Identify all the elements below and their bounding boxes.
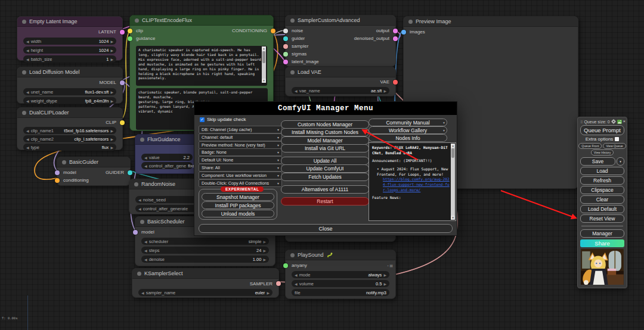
select-badge[interactable]: Badge: None▾ xyxy=(199,148,282,156)
comfyui-menu-panel[interactable]: ⠿ Queue size: 0 × Queue Prompt Extra opt… xyxy=(577,117,627,288)
widget-steps[interactable]: ◀steps24▶ xyxy=(141,247,269,254)
node-title-bar[interactable]: Preview Image xyxy=(404,17,578,27)
widget-width[interactable]: ◀width1024▶ xyxy=(23,38,116,45)
alternatives-of-a1111-button[interactable]: Alternatives of A1111 xyxy=(281,185,369,194)
node-load-vae[interactable]: Load VAE VAE ◀vae_nameae.sft▶ xyxy=(285,67,396,96)
select-default-ui[interactable]: Default UI: None▾ xyxy=(199,156,282,164)
snapshot-manager-button[interactable]: Snapshot Manager xyxy=(202,193,274,201)
scroll-down-icon[interactable]: ▼ xyxy=(262,79,266,83)
skip-update-check-row[interactable]: ✓ Skip update check xyxy=(200,117,246,122)
noise-port-dot[interactable] xyxy=(283,29,288,33)
node-empty-latent-image[interactable]: Empty Latent Image LATENT ◀width1024▶ ◀h… xyxy=(17,16,123,61)
widget-clip-name2[interactable]: ◀clip_name2clip_l.safetensors▶ xyxy=(23,135,116,142)
widget-denoise[interactable]: ◀denoise1.00▶ xyxy=(141,256,269,263)
select-share[interactable]: Share: All▾ xyxy=(199,164,282,172)
view-history-button[interactable]: View History xyxy=(591,150,614,155)
scroll-down-icon[interactable]: ▼ xyxy=(451,216,455,220)
scroll-thumb[interactable] xyxy=(262,51,265,63)
node-sampler-custom-advanced[interactable]: SamplerCustomAdvanced noise output guide… xyxy=(285,15,396,67)
widget-volume[interactable]: ◀volume0.5▶ xyxy=(292,280,389,287)
community-manual-select[interactable]: Community Manual▼ xyxy=(369,119,447,126)
gear-icon[interactable] xyxy=(611,119,616,124)
preview-thumbnail[interactable] xyxy=(580,249,624,285)
drag-handle-icon[interactable]: ⠿ xyxy=(580,120,583,124)
widget-type[interactable]: ◀typeflux▶ xyxy=(23,144,116,151)
select-double-click[interactable]: Double-Click: Copy All Connections▾ xyxy=(199,179,282,187)
model-port-dot[interactable] xyxy=(55,170,60,175)
select-channel[interactable]: Channel: default▾ xyxy=(199,133,282,141)
widget-control-after-generate[interactable]: ◀control_after_genefixed xyxy=(141,162,193,169)
extra-options-checkbox[interactable] xyxy=(615,137,619,141)
vae-port-dot[interactable] xyxy=(393,80,398,85)
clear-button[interactable]: Clear xyxy=(580,195,624,204)
widget-batch-size[interactable]: ◀batch_size1▶ xyxy=(23,55,116,63)
widget-scheduler[interactable]: ◀schedulersimple▶ xyxy=(141,238,269,245)
node-title-bar[interactable]: CLIPTextEncodeFlux xyxy=(130,15,273,26)
collapse-dot[interactable] xyxy=(134,182,138,186)
collapse-dot[interactable] xyxy=(22,20,26,24)
unload-models-button[interactable]: Unload models xyxy=(202,210,274,217)
node-title-bar[interactable]: SamplerCustomAdvanced xyxy=(286,15,395,26)
conditioning-port-dot[interactable] xyxy=(271,29,275,33)
images-port-dot[interactable] xyxy=(401,30,406,35)
conditioning-port-dot[interactable] xyxy=(55,178,60,183)
collapse-dot[interactable] xyxy=(62,160,66,164)
sampler-port-dot[interactable] xyxy=(276,281,281,286)
widget-unet-name[interactable]: ◀unet_nameflux1-dev.sft▶ xyxy=(23,88,116,95)
clip-port-dot[interactable] xyxy=(120,120,125,125)
node-title-bar[interactable]: Load Diffusion Model xyxy=(17,67,122,77)
node-basic-guider[interactable]: BasicGuider model GUIDER conditioning xyxy=(57,157,131,186)
scroll-up-icon[interactable]: ▲ xyxy=(451,144,455,148)
save-dropdown-button[interactable]: ▾ xyxy=(617,157,624,166)
guider-port-dot[interactable] xyxy=(128,170,132,175)
fetch-updates-button[interactable]: Fetch Updates xyxy=(281,173,369,181)
select-preview-method[interactable]: Preview method: None (very fast)▾ xyxy=(199,141,282,149)
collapse-dot[interactable] xyxy=(135,18,139,23)
collapse-dot[interactable] xyxy=(137,272,141,276)
guidance-port-dot[interactable] xyxy=(128,36,132,41)
collapse-dot[interactable] xyxy=(140,220,144,224)
workflow-gallery-select[interactable]: Workflow Gallery▼ xyxy=(369,126,447,134)
collapse-dot[interactable] xyxy=(290,70,295,74)
node-title-bar[interactable]: KSamplerSelect xyxy=(132,269,278,279)
widget-mode[interactable]: ◀modealways▶ xyxy=(292,271,389,278)
node-title-bar[interactable]: Load VAE xyxy=(286,67,395,77)
reset-view-button[interactable]: Reset View xyxy=(580,214,624,223)
latent-port-dot[interactable] xyxy=(120,30,125,35)
sigmas-port-dot[interactable] xyxy=(283,52,288,57)
queue-prompt-button[interactable]: Queue Prompt xyxy=(580,125,624,135)
sampler-port-dot[interactable] xyxy=(283,44,288,49)
model-port-dot[interactable] xyxy=(120,80,125,85)
collapse-dot[interactable] xyxy=(408,20,413,24)
gallery-icon[interactable] xyxy=(617,120,622,124)
widget-vae-name[interactable]: ◀vae_nameae.sft▶ xyxy=(292,87,389,94)
update-all-button[interactable]: Update All xyxy=(281,157,369,165)
widget-file[interactable]: filenotify.mp3 xyxy=(292,289,389,296)
select-component[interactable]: Component: Use workflow version▾ xyxy=(199,172,282,179)
denoised-output-port-dot[interactable] xyxy=(393,36,398,41)
scroll-up-icon[interactable]: ▲ xyxy=(262,46,266,51)
node-dual-clip-loader[interactable]: DualCLIPLoader CLIP ◀clip_name1t5xxl_fp1… xyxy=(17,107,123,150)
node-graph-canvas[interactable]: Empty Latent Image LATENT ◀width1024▶ ◀h… xyxy=(0,0,644,330)
select-db-channel[interactable]: DB: Channel (1day cache)▾ xyxy=(199,126,282,133)
model-port-dot[interactable] xyxy=(133,230,138,235)
output-port-dot[interactable] xyxy=(393,29,398,33)
guider-port-dot[interactable] xyxy=(283,36,288,41)
comfyui-manager-dialog[interactable]: ComfyUI Manager Menu ✓ Skip update check… xyxy=(194,101,457,236)
collapse-dot[interactable] xyxy=(290,18,295,23)
share-button[interactable]: Share xyxy=(580,239,624,247)
extra-options-row[interactable]: Extra options xyxy=(580,136,624,142)
node-play-sound[interactable]: PlaySound anyany • ▦ ◀modealways▶ ◀volum… xyxy=(285,250,396,299)
model-manager-button[interactable]: Model Manager xyxy=(281,136,369,145)
collapse-dot[interactable] xyxy=(290,253,295,257)
install-missing-custom-nodes-button[interactable]: Install Missing Custom Nodes xyxy=(281,128,369,136)
node-title-bar[interactable]: BasicGuider xyxy=(57,157,130,167)
widget-value[interactable]: ◀value2.2 xyxy=(141,154,193,161)
load-default-button[interactable]: Load Default xyxy=(580,205,624,213)
queue-front-button[interactable]: Queue Front xyxy=(578,143,602,149)
node-title-bar[interactable]: DualCLIPLoader xyxy=(17,108,122,118)
node-load-diffusion-model[interactable]: Load Diffusion Model MODEL ◀unet_nameflu… xyxy=(17,67,123,104)
checkbox-checked[interactable]: ✓ xyxy=(200,117,205,122)
install-pip-packages-button[interactable]: Install PIP packages xyxy=(202,201,274,209)
clip-port-dot[interactable] xyxy=(128,29,132,33)
